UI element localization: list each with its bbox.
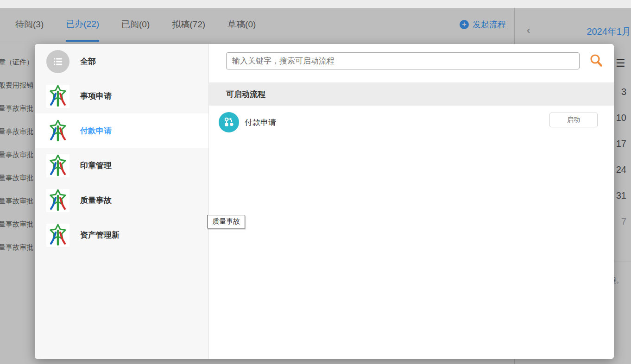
category-sidebar: 全部 事项申请 付款申请: [35, 44, 209, 359]
category-label: 印章管理: [80, 160, 112, 171]
search-icon[interactable]: [589, 53, 604, 68]
hamburger-menu-icon[interactable]: ☰: [616, 57, 625, 69]
launch-button[interactable]: 启动: [549, 113, 598, 127]
category-item-all[interactable]: 全部: [35, 44, 208, 79]
workflow-icon: [219, 112, 239, 132]
process-name: 付款申请: [245, 117, 276, 128]
app-star-logo-icon: [46, 189, 69, 212]
category-item-zhiliang[interactable]: 质量事故: [35, 183, 208, 218]
category-label: 付款申请: [80, 126, 112, 136]
category-label: 质量事故: [80, 195, 112, 206]
category-label: 事项申请: [80, 91, 112, 101]
app-star-logo-icon: [46, 154, 69, 177]
app-star-logo-icon: [46, 119, 69, 143]
category-label: 资产管理新: [80, 230, 120, 240]
list-all-icon: [46, 50, 69, 73]
category-item-shixiang[interactable]: 事项申请: [35, 79, 208, 113]
category-item-fukuan[interactable]: 付款申请: [35, 113, 208, 148]
app-star-logo-icon: [46, 85, 69, 108]
process-row[interactable]: 付款申请 启动: [209, 106, 614, 139]
category-item-yinzhang[interactable]: 印章管理: [35, 148, 208, 183]
top-strip: [0, 0, 631, 8]
section-header-label: 可启动流程: [226, 89, 265, 100]
app-star-logo-icon: [46, 224, 69, 247]
category-item-zichan[interactable]: 资产管理新: [35, 218, 208, 252]
tooltip: 质量事故: [207, 215, 245, 228]
process-launcher-dialog: 全部 事项申请 付款申请: [35, 44, 614, 359]
search-input[interactable]: [226, 52, 580, 69]
category-label: 全部: [80, 56, 96, 67]
section-header: 可启动流程: [209, 82, 614, 106]
process-list-panel: 可启动流程 付款申请 启动: [209, 44, 614, 359]
